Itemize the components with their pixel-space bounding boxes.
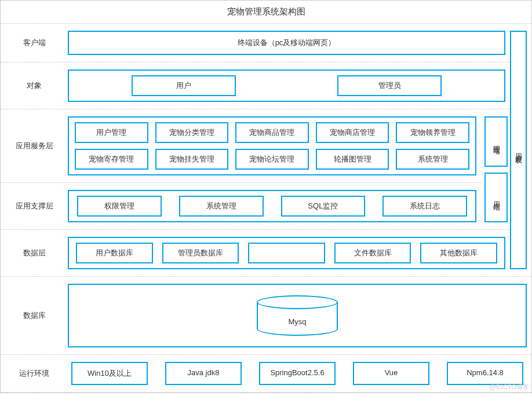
object-content: 用户 管理员 — [68, 69, 505, 102]
app-service-container: 用户管理 宠物分类管理 宠物商品管理 宠物商店管理 宠物领养管理 宠物寄存管理 … — [68, 116, 476, 175]
svc-pet-adopt: 宠物领养管理 — [396, 122, 469, 143]
terminal-box: 终端设备（pc及移动端网页） — [68, 31, 505, 55]
svc-pet-deposit: 宠物寄存管理 — [75, 149, 148, 170]
auth-box: 用户鉴权 — [510, 31, 527, 269]
row-client: 客户端 终端设备（pc及移动端网页） — [1, 24, 510, 63]
label-client: 客户端 — [5, 31, 63, 55]
app-service-content: 用户管理 宠物分类管理 宠物商品管理 宠物商店管理 宠物领养管理 宠物寄存管理 … — [68, 116, 476, 175]
object-user: 用户 — [132, 75, 236, 96]
mid-group: 应用服务层 用户管理 宠物分类管理 宠物商品管理 宠物商店管理 宠物领养管理 — [1, 109, 510, 230]
label-app-service: 应用服务层 — [5, 116, 63, 175]
label-app-support: 应用支撑层 — [5, 190, 63, 222]
db-user: 用户数据库 — [76, 243, 153, 263]
svc-pet-lost: 宠物挂失管理 — [155, 149, 229, 170]
database-cylinder-icon: Mysq — [257, 295, 338, 336]
label-database: 数据库 — [5, 284, 63, 347]
row-data-layer: 数据层 用户数据库 管理员数据库 文件数据库 其他数据库 — [1, 230, 510, 276]
runtime-container: Win10及以上 Java jdk8 SpringBoot2.5.6 Vue N… — [68, 362, 527, 385]
db-file: 文件数据库 — [334, 243, 411, 263]
upper-section: 客户端 终端设备（pc及移动端网页） 对象 用户 管理员 — [1, 24, 531, 276]
label-runtime: 运行环境 — [5, 362, 63, 385]
db-other: 其他数据库 — [420, 243, 497, 263]
row-app-service: 应用服务层 用户管理 宠物分类管理 宠物商品管理 宠物商店管理 宠物领养管理 — [1, 109, 481, 183]
mid-rail: 管理端 用户端 — [484, 109, 510, 229]
database-content: Mysq — [68, 284, 527, 347]
upper-left-rows: 客户端 终端设备（pc及移动端网页） 对象 用户 管理员 — [1, 24, 510, 276]
auth-rail: 用户鉴权 — [510, 24, 531, 276]
db-admin: 管理员数据库 — [162, 243, 239, 263]
app-service-row1: 用户管理 宠物分类管理 宠物商品管理 宠物商店管理 宠物领养管理 — [75, 122, 469, 143]
svc-carousel: 轮播图管理 — [316, 149, 389, 170]
runtime-content: Win10及以上 Java jdk8 SpringBoot2.5.6 Vue N… — [68, 362, 527, 385]
support-system: 系统管理 — [179, 196, 264, 217]
row-app-support: 应用支撑层 权限管理 系统管理 SQL监控 系统日志 — [1, 183, 481, 229]
svc-user-mgmt: 用户管理 — [75, 122, 148, 143]
svc-pet-goods: 宠物商品管理 — [235, 122, 309, 143]
object-container: 用户 管理员 — [68, 69, 505, 102]
env-win10: Win10及以上 — [71, 362, 148, 385]
app-support-container: 权限管理 系统管理 SQL监控 系统日志 — [68, 190, 476, 222]
app-service-row2: 宠物寄存管理 宠物挂失管理 宠物论坛管理 轮播图管理 系统管理 — [75, 149, 469, 170]
label-object: 对象 — [5, 69, 63, 102]
row-object: 对象 用户 管理员 — [1, 63, 510, 109]
user-side-box: 用户端 — [484, 173, 508, 223]
database-container: Mysq — [68, 284, 527, 347]
svc-pet-shop: 宠物商店管理 — [316, 122, 389, 143]
support-permission: 权限管理 — [77, 196, 162, 217]
diagram-title: 宠物管理系统架构图 — [1, 1, 531, 24]
mid-rows: 应用服务层 用户管理 宠物分类管理 宠物商品管理 宠物商店管理 宠物领养管理 — [1, 109, 481, 229]
support-log: 系统日志 — [382, 196, 467, 217]
data-layer-container: 用户数据库 管理员数据库 文件数据库 其他数据库 — [68, 237, 505, 269]
db-empty — [248, 243, 325, 263]
row-database: 数据库 Mysq — [1, 276, 531, 355]
env-vue: Vue — [353, 362, 429, 385]
row-runtime: 运行环境 Win10及以上 Java jdk8 SpringBoot2.5.6 … — [1, 355, 531, 393]
admin-side-box: 管理端 — [484, 116, 508, 167]
env-npm: Npm6.14.8 — [447, 362, 523, 385]
env-jdk: Java jdk8 — [165, 362, 242, 385]
svc-pet-forum: 宠物论坛管理 — [235, 149, 309, 170]
label-data-layer: 数据层 — [5, 237, 63, 269]
svc-system: 系统管理 — [396, 149, 469, 170]
svc-pet-category: 宠物分类管理 — [155, 122, 229, 143]
support-sql: SQL监控 — [281, 196, 366, 217]
app-support-content: 权限管理 系统管理 SQL监控 系统日志 — [68, 190, 476, 222]
architecture-diagram: 宠物管理系统架构图 客户端 终端设备（pc及移动端网页） 对象 用户 管理员 — [0, 0, 532, 393]
data-layer-content: 用户数据库 管理员数据库 文件数据库 其他数据库 — [68, 237, 505, 269]
object-admin: 管理员 — [337, 75, 442, 96]
cylinder-wrap: Mysq — [69, 287, 526, 344]
client-content: 终端设备（pc及移动端网页） — [68, 31, 505, 55]
env-springboot: SpringBoot2.5.6 — [259, 362, 336, 385]
